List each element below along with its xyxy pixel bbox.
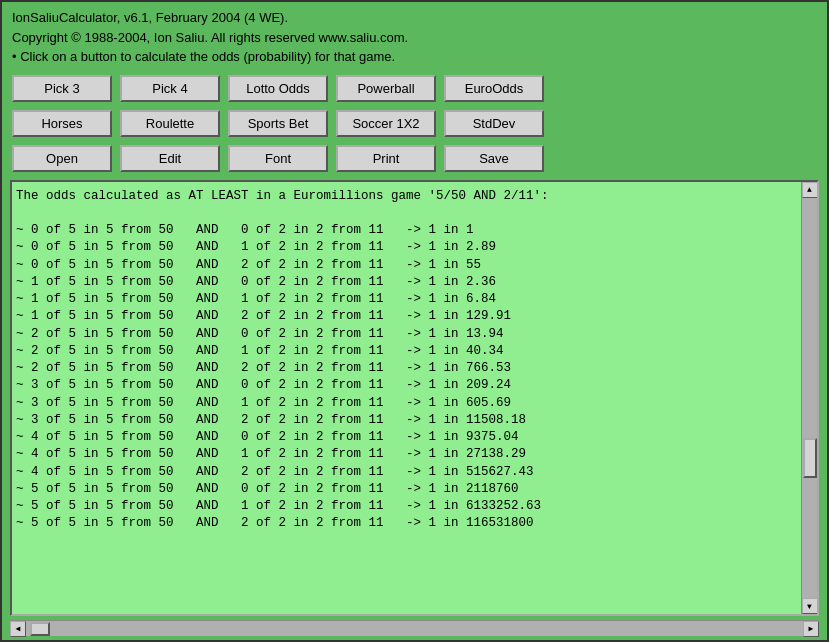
scroll-track-h[interactable] xyxy=(26,621,803,636)
pick4-button[interactable]: Pick 4 xyxy=(120,75,220,102)
scroll-down-button[interactable]: ▼ xyxy=(802,598,818,614)
font-button[interactable]: Font xyxy=(228,145,328,172)
app-window: IonSaliuCalculator, v6.1, February 2004 … xyxy=(0,0,829,642)
header: IonSaliuCalculator, v6.1, February 2004 … xyxy=(2,2,827,71)
soccer-button[interactable]: Soccer 1X2 xyxy=(336,110,436,137)
scroll-up-button[interactable]: ▲ xyxy=(802,182,818,198)
header-line2: Copyright © 1988-2004, Ion Saliu. All ri… xyxy=(12,28,817,48)
euroodds-button[interactable]: EuroOdds xyxy=(444,75,544,102)
scroll-right-button[interactable]: ▶ xyxy=(803,621,819,637)
button-row-2: Horses Roulette Sports Bet Soccer 1X2 St… xyxy=(2,106,827,141)
horizontal-scrollbar[interactable]: ◀ ▶ xyxy=(10,620,819,636)
header-line3: • Click on a button to calculate the odd… xyxy=(12,47,817,67)
scroll-thumb-h[interactable] xyxy=(30,622,50,636)
vertical-scrollbar[interactable]: ▲ ▼ xyxy=(801,182,817,615)
lotto-odds-button[interactable]: Lotto Odds xyxy=(228,75,328,102)
print-button[interactable]: Print xyxy=(336,145,436,172)
save-button[interactable]: Save xyxy=(444,145,544,172)
button-row-1: Pick 3 Pick 4 Lotto Odds Powerball EuroO… xyxy=(2,71,827,106)
pick3-button[interactable]: Pick 3 xyxy=(12,75,112,102)
scroll-track-v[interactable] xyxy=(802,198,817,599)
stddev-button[interactable]: StdDev xyxy=(444,110,544,137)
scroll-thumb-v[interactable] xyxy=(803,438,817,478)
edit-button[interactable]: Edit xyxy=(120,145,220,172)
sports-bet-button[interactable]: Sports Bet xyxy=(228,110,328,137)
horses-button[interactable]: Horses xyxy=(12,110,112,137)
scroll-left-button[interactable]: ◀ xyxy=(10,621,26,637)
button-row-3: Open Edit Font Print Save xyxy=(2,141,827,176)
powerball-button[interactable]: Powerball xyxy=(336,75,436,102)
header-line1: IonSaliuCalculator, v6.1, February 2004 … xyxy=(12,8,817,28)
roulette-button[interactable]: Roulette xyxy=(120,110,220,137)
open-button[interactable]: Open xyxy=(12,145,112,172)
output-area: The odds calculated as AT LEAST in a Eur… xyxy=(10,180,819,617)
output-text: The odds calculated as AT LEAST in a Eur… xyxy=(12,182,801,615)
